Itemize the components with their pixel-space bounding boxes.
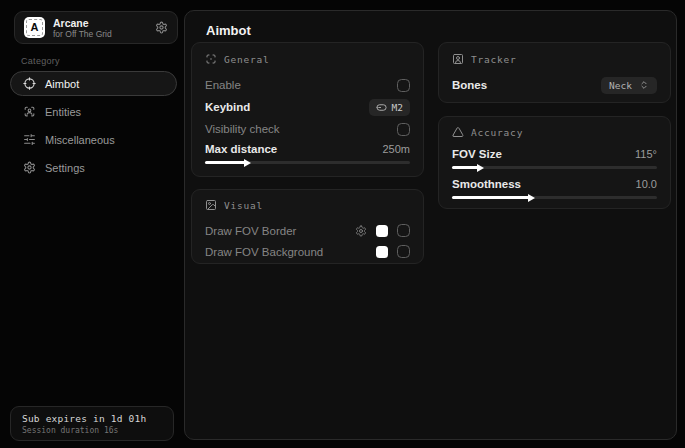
brand-name: Arcane <box>53 17 147 29</box>
triangle-icon <box>452 126 464 138</box>
draw-fov-border-row: Draw FOV Border <box>205 220 410 241</box>
accuracy-card-header: Accuracy <box>452 125 657 139</box>
accuracy-card-title: Accuracy <box>471 127 523 138</box>
scan-person-icon <box>23 105 36 118</box>
person-square-icon <box>452 53 464 65</box>
tracker-card-header: Tracker <box>452 52 657 66</box>
sidebar-item-entities[interactable]: Entities <box>10 99 177 124</box>
smoothness-label: Smoothness <box>452 178 521 190</box>
chevrons-up-down-icon <box>639 80 649 90</box>
session-duration: Session duration 16s <box>22 426 162 435</box>
sliders-icon <box>23 133 36 146</box>
general-card-title: General <box>224 54 270 65</box>
sidebar-item-label: Aimbot <box>45 78 79 90</box>
brand-logo: A <box>24 17 45 38</box>
tracker-card-title: Tracker <box>471 54 517 65</box>
accuracy-card: Accuracy FOV Size 115° Smoothness 10.0 <box>438 116 671 209</box>
slider-thumb[interactable] <box>244 159 255 167</box>
enable-checkbox[interactable] <box>397 79 410 92</box>
keybind-row: Keybind M2 <box>205 96 410 118</box>
gear-icon[interactable] <box>355 225 367 237</box>
brand-text: Arcane for Off The Grid <box>53 17 147 39</box>
general-card-header: General <box>205 52 410 66</box>
enable-row: Enable <box>205 74 410 96</box>
max-distance-label: Max distance <box>205 143 277 155</box>
brand-logo-letter: A <box>31 22 39 33</box>
subscription-expiry: Sub expires in 1d 01h <box>22 413 162 424</box>
mouse-icon <box>376 102 387 113</box>
draw-fov-background-row: Draw FOV Background <box>205 241 410 262</box>
sidebar-item-label: Entities <box>45 106 81 118</box>
slider-fill <box>452 196 530 199</box>
main-panel: Aimbot General Enable Keybind M2 <box>184 10 677 440</box>
crosshair-icon <box>23 77 36 90</box>
sidebar: A Arcane for Off The Grid Category Aimbo… <box>0 0 184 448</box>
sidebar-item-aimbot[interactable]: Aimbot <box>10 71 177 96</box>
focus-icon <box>205 53 217 65</box>
draw-fov-background-label: Draw FOV Background <box>205 246 323 258</box>
enable-label: Enable <box>205 79 241 91</box>
max-distance-slider[interactable] <box>205 161 410 164</box>
max-distance-row: Max distance 250m <box>205 140 410 158</box>
sidebar-item-settings[interactable]: Settings <box>10 155 177 180</box>
brand-card: A Arcane for Off The Grid <box>14 11 178 44</box>
visual-card-header: Visual <box>205 198 410 212</box>
bones-row: Bones Neck <box>452 74 657 96</box>
fov-size-row: FOV Size 115° <box>452 145 657 163</box>
max-distance-value: 250m <box>382 143 410 155</box>
slider-thumb[interactable] <box>477 164 488 172</box>
smoothness-value: 10.0 <box>636 178 657 190</box>
bones-label: Bones <box>452 79 487 91</box>
category-label: Category <box>21 56 60 66</box>
page-title: Aimbot <box>206 23 251 38</box>
gear-icon <box>23 161 36 174</box>
draw-fov-border-checkbox[interactable] <box>397 224 410 237</box>
sidebar-item-label: Miscellaneous <box>45 134 115 146</box>
fov-size-value: 115° <box>635 148 657 160</box>
draw-fov-background-controls <box>376 245 410 258</box>
keybind-label: Keybind <box>205 101 250 113</box>
image-icon <box>205 199 217 211</box>
fov-border-color-swatch[interactable] <box>376 225 388 237</box>
draw-fov-background-checkbox[interactable] <box>397 245 410 258</box>
tracker-card: Tracker Bones Neck <box>438 42 671 103</box>
smoothness-slider[interactable] <box>452 196 657 199</box>
bones-select[interactable]: Neck <box>601 77 657 94</box>
fov-background-color-swatch[interactable] <box>376 246 388 258</box>
subscription-card: Sub expires in 1d 01h Session duration 1… <box>10 406 174 441</box>
keybind-value: M2 <box>392 102 403 113</box>
smoothness-row: Smoothness 10.0 <box>452 175 657 193</box>
visual-card: Visual Draw FOV Border Draw FOV Backgrou… <box>191 189 424 264</box>
brand-subtitle: for Off The Grid <box>53 29 147 39</box>
sidebar-item-label: Settings <box>45 162 85 174</box>
visibility-check-label: Visibility check <box>205 123 280 135</box>
draw-fov-border-label: Draw FOV Border <box>205 225 296 237</box>
visual-card-title: Visual <box>224 200 263 211</box>
bones-selected-value: Neck <box>609 80 632 91</box>
fov-size-label: FOV Size <box>452 148 502 160</box>
visibility-check-row: Visibility check <box>205 118 410 140</box>
gear-icon[interactable] <box>155 21 168 34</box>
slider-fill <box>205 161 246 164</box>
sidebar-item-miscellaneous[interactable]: Miscellaneous <box>10 127 177 152</box>
slider-fill <box>452 166 479 169</box>
sidebar-nav: Aimbot Entities Miscellaneous Settings <box>10 71 177 180</box>
keybind-button[interactable]: M2 <box>369 99 410 116</box>
slider-thumb[interactable] <box>528 194 539 202</box>
draw-fov-border-controls <box>355 224 410 237</box>
fov-size-slider[interactable] <box>452 166 657 169</box>
general-card: General Enable Keybind M2 Visibility che… <box>191 42 424 177</box>
visibility-check-checkbox[interactable] <box>397 123 410 136</box>
